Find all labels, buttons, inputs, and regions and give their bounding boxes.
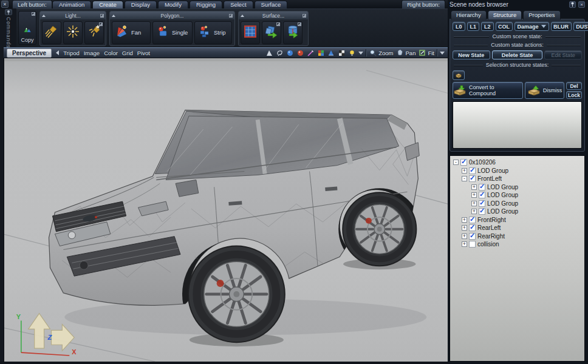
tree-row[interactable]: + RearLeft	[451, 224, 583, 232]
tab-select[interactable]: Select	[224, 1, 253, 8]
tab-display[interactable]: Display	[125, 1, 157, 8]
zoom-tool-button[interactable]: Zoom	[369, 49, 393, 57]
sphere-blue-icon[interactable]	[286, 49, 294, 57]
directional-light-button[interactable]	[42, 21, 61, 44]
menu-color[interactable]: Color	[104, 50, 118, 56]
edit-state-button[interactable]: Edit State	[544, 50, 582, 59]
pin-icon[interactable]	[5, 9, 12, 15]
tree-row[interactable]: + LOD Group	[451, 167, 583, 175]
chevron-down-icon[interactable]	[358, 52, 363, 55]
node-checkbox[interactable]	[469, 167, 476, 174]
tree-row[interactable]: + RearRight	[451, 232, 583, 241]
del-button[interactable]: Del	[566, 82, 582, 90]
menu-image[interactable]: Image	[84, 50, 100, 56]
node-checkbox[interactable]	[469, 217, 476, 223]
node-label[interactable]: LOD Group	[487, 208, 518, 215]
node-label[interactable]: LOD Group	[487, 184, 518, 190]
strip-button[interactable]: Strip	[194, 21, 232, 44]
node-label[interactable]: LOD Group	[487, 192, 518, 198]
tree-row[interactable]: + LOD Group	[451, 207, 583, 216]
viewport-canvas[interactable]: Y X Z	[4, 58, 448, 362]
node-checkbox[interactable]	[479, 192, 485, 198]
blur-button[interactable]: BLUR	[551, 22, 572, 31]
copy-button[interactable]: Copy	[18, 11, 36, 45]
tree-row[interactable]: + LOD Group	[451, 200, 583, 208]
tab-structure[interactable]: Structure	[488, 10, 522, 19]
expand-corner-icon[interactable]	[229, 14, 233, 18]
tab-animation[interactable]: Animation	[52, 1, 91, 8]
node-label[interactable]: LOD Group	[477, 167, 508, 174]
lock-button[interactable]: Lock	[566, 91, 582, 99]
new-state-button[interactable]: New State	[453, 50, 490, 59]
tree-row[interactable]: - 0x109206	[451, 158, 583, 167]
menu-grid[interactable]: Grid	[122, 50, 133, 56]
tree-row[interactable]: + FrontRight	[451, 216, 583, 224]
tree-row[interactable]: - FrontLeft	[451, 175, 583, 183]
lod1-button[interactable]: L1	[467, 22, 480, 31]
tab-rigging[interactable]: Rigging	[190, 1, 222, 8]
tab-hierarchy[interactable]: Hierarchy	[451, 10, 487, 19]
tab-surface[interactable]: Surface	[255, 1, 288, 8]
expand-corner-icon[interactable]	[303, 14, 306, 18]
flat-shade-icon[interactable]	[265, 49, 273, 57]
node-label[interactable]: FrontLeft	[477, 175, 502, 182]
sphere-red-icon[interactable]	[296, 49, 304, 57]
node-label[interactable]: FrontRight	[477, 217, 506, 223]
node-label[interactable]: RearRight	[477, 233, 505, 240]
expander-icon[interactable]: +	[471, 201, 477, 206]
expander-icon[interactable]: +	[462, 168, 467, 174]
expander-icon[interactable]: -	[462, 176, 467, 181]
expander-icon[interactable]: -	[453, 160, 459, 165]
checker-icon[interactable]	[338, 49, 346, 57]
single-button[interactable]: Single	[152, 21, 193, 44]
node-checkbox[interactable]	[469, 175, 476, 182]
tree-row[interactable]: + LOD Group	[451, 191, 583, 200]
expander-icon[interactable]: +	[462, 225, 467, 231]
expander-icon[interactable]: +	[471, 184, 477, 190]
surface-convert-button[interactable]	[283, 21, 303, 44]
surface-grid-button[interactable]	[241, 21, 260, 44]
box-tool-button[interactable]	[453, 70, 465, 80]
pin-icon[interactable]	[569, 1, 576, 8]
pan-tool-button[interactable]: Pan	[396, 49, 416, 57]
view-mode-button[interactable]: Perspective	[7, 49, 52, 58]
viewport-options-icon[interactable]	[440, 52, 445, 55]
expander-icon[interactable]: +	[462, 241, 467, 247]
surface-flip-button[interactable]	[262, 21, 281, 44]
node-label[interactable]: collision	[477, 241, 499, 248]
delete-state-button[interactable]: Delete State	[492, 50, 543, 59]
fan-button[interactable]: Fan	[112, 21, 151, 44]
node-checkbox[interactable]	[469, 224, 476, 231]
material-sphere-icon[interactable]	[327, 49, 335, 57]
damage-dropdown[interactable]: Damage	[514, 22, 549, 31]
fit-tool-button[interactable]: Fit	[418, 49, 434, 57]
dust-button[interactable]: DUST	[573, 22, 588, 31]
expander-icon[interactable]: +	[471, 209, 477, 214]
spot-light-button[interactable]	[84, 21, 104, 44]
lightbulb-icon[interactable]	[348, 49, 356, 57]
node-checkbox[interactable]	[479, 200, 485, 207]
lod0-button[interactable]: L0	[453, 22, 465, 31]
node-checkbox[interactable]	[479, 208, 485, 215]
expand-corner-icon[interactable]	[100, 14, 104, 18]
close-icon[interactable]: ×	[1, 1, 9, 8]
expander-icon[interactable]: +	[462, 217, 467, 223]
wire-pen-icon[interactable]	[307, 49, 315, 57]
point-light-button[interactable]	[63, 21, 83, 44]
structure-states-list[interactable]	[453, 101, 582, 149]
node-label[interactable]: LOD Group	[487, 200, 518, 207]
menu-pivot[interactable]: Pivot	[137, 50, 150, 56]
expander-icon[interactable]: +	[471, 192, 477, 198]
node-checkbox[interactable]	[469, 233, 476, 240]
node-checkbox[interactable]	[479, 184, 485, 190]
tab-properties[interactable]: Properties	[523, 10, 560, 19]
lod2-button[interactable]: L2	[481, 22, 494, 31]
node-label[interactable]: RearLeft	[477, 224, 501, 231]
node-checkbox[interactable]	[460, 159, 467, 166]
tab-modify[interactable]: Modify	[158, 1, 188, 8]
menu-tripod[interactable]: Tripod	[63, 50, 80, 56]
convert-to-compound-button[interactable]: Convert to Compound	[453, 82, 523, 99]
tree-row[interactable]: + LOD Group	[451, 183, 583, 192]
dismiss-button[interactable]: Dismiss	[525, 82, 564, 99]
expander-icon[interactable]: +	[462, 234, 467, 239]
